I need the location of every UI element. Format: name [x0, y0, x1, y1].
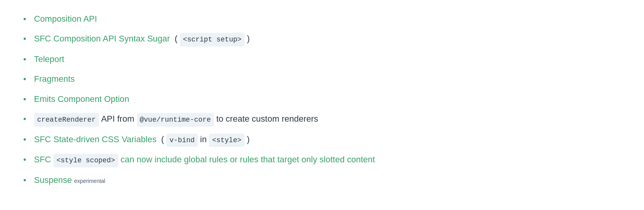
- paren-open2: (: [159, 132, 164, 146]
- style-code: <style>: [209, 134, 245, 147]
- item-content: Composition API: [34, 12, 97, 26]
- item-content: Teleport: [34, 52, 64, 66]
- list-item: • SFC <style scoped> can now include glo…: [23, 152, 621, 167]
- bullet-icon: •: [23, 31, 26, 46]
- item-content: createRenderer API from @vue/runtime-cor…: [34, 112, 318, 127]
- list-item: • SFC Composition API Syntax Sugar ( <sc…: [23, 31, 621, 46]
- bullet-icon: •: [23, 72, 26, 86]
- list-item: • Emits Component Option: [23, 92, 621, 106]
- emits-link[interactable]: Emits Component Option: [34, 92, 129, 106]
- item-content: Fragments: [34, 72, 75, 86]
- in-text: in: [200, 132, 207, 146]
- create-renderer-code: createRenderer: [34, 113, 99, 127]
- experimental-badge: experimental: [74, 177, 105, 186]
- item-content: SFC State-driven CSS Variables ( v-bind …: [34, 132, 250, 147]
- paren-open: (: [172, 31, 177, 46]
- list-item: • Teleport: [23, 52, 621, 66]
- feature-list: • Composition API • SFC Composition API …: [23, 12, 621, 187]
- bullet-icon: •: [23, 92, 26, 106]
- list-item: • createRenderer API from @vue/runtime-c…: [23, 112, 621, 127]
- style-scoped-code: <style scoped>: [53, 154, 118, 167]
- bullet-icon: •: [23, 52, 26, 66]
- suspense-link[interactable]: Suspense: [34, 173, 72, 187]
- paren-close2: ): [247, 132, 250, 146]
- v-bind-code: v-bind: [166, 134, 198, 147]
- bullet-icon: •: [23, 112, 26, 126]
- list-item: • SFC State-driven CSS Variables ( v-bin…: [23, 132, 621, 147]
- bullet-icon: •: [23, 12, 26, 26]
- sfc-composition-link[interactable]: SFC Composition API Syntax Sugar: [34, 31, 170, 46]
- teleport-link[interactable]: Teleport: [34, 52, 64, 66]
- list-item: • Suspense experimental: [23, 173, 621, 187]
- list-item: • Composition API: [23, 12, 621, 26]
- fragments-link[interactable]: Fragments: [34, 72, 75, 86]
- bullet-icon: •: [23, 173, 26, 187]
- bullet-icon: •: [23, 152, 26, 167]
- composition-api-link[interactable]: Composition API: [34, 12, 97, 26]
- script-setup-code: <script setup>: [180, 33, 245, 46]
- bullet-icon: •: [23, 132, 26, 146]
- style-scoped-description-link[interactable]: can now include global rules or rules th…: [121, 152, 375, 167]
- item-content: SFC Composition API Syntax Sugar ( <scri…: [34, 31, 250, 46]
- paren-close: ): [247, 31, 250, 46]
- item-content: Suspense experimental: [34, 173, 105, 187]
- list-item: • Fragments: [23, 72, 621, 86]
- sfc-css-variables-link[interactable]: SFC State-driven CSS Variables: [34, 132, 157, 146]
- vue-runtime-core-code: @vue/runtime-core: [137, 113, 214, 127]
- item-content: Emits Component Option: [34, 92, 129, 106]
- sfc-text[interactable]: SFC: [34, 152, 51, 167]
- item-content: SFC <style scoped> can now include globa…: [34, 152, 375, 167]
- api-from-text: API from: [101, 112, 134, 126]
- to-create-text: to create custom renderers: [216, 112, 318, 126]
